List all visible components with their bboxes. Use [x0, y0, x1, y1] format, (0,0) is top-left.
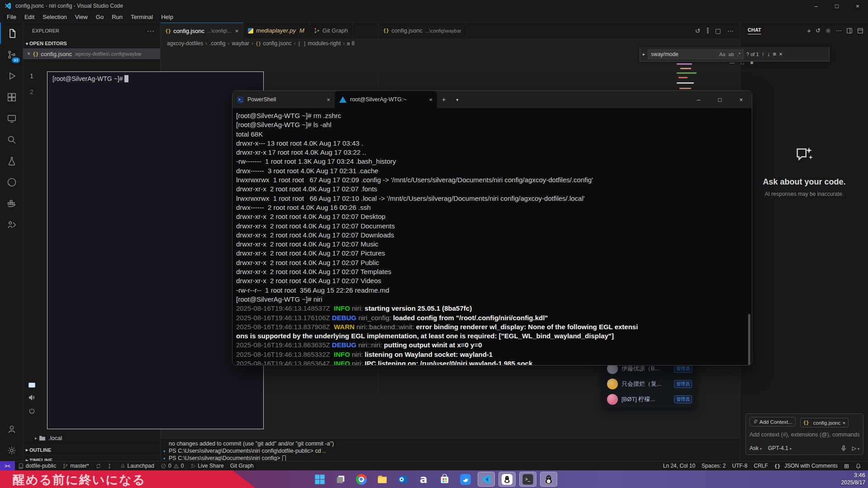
notifications-bell-icon[interactable]: [852, 463, 864, 469]
status-sync[interactable]: [92, 463, 104, 469]
workspace-1[interactable]: 1: [30, 72, 33, 80]
open-in-editor-icon[interactable]: [846, 28, 853, 34]
menu-item-selection[interactable]: Selection: [38, 13, 71, 21]
taskbar-outlook-icon[interactable]: [394, 472, 412, 487]
integrated-terminal-panel[interactable]: no changes added to commit (use "git add…: [161, 438, 740, 461]
status-encoding[interactable]: UTF-8: [729, 463, 750, 469]
remote-indicator[interactable]: ><: [0, 461, 15, 470]
run-debug-icon[interactable]: [0, 65, 23, 86]
close-icon[interactable]: ×: [27, 51, 30, 57]
send-button[interactable]: ▷▾: [852, 445, 859, 451]
remote-explorer-icon[interactable]: [0, 108, 23, 129]
tab-wsl-arch[interactable]: root@SilverAg-WTG:~ ×: [335, 91, 437, 108]
status-branch[interactable]: master*: [59, 463, 92, 469]
minimize-button[interactable]: –: [806, 0, 826, 12]
waybar-tray-icon[interactable]: [28, 383, 35, 388]
terminal-output[interactable]: [root@SilverAg-WTG ~]# rm .zshrc[root@Si…: [232, 108, 752, 365]
breadcrumb-item[interactable]: modules-right: [308, 40, 341, 47]
status-language[interactable]: {}JSON with Comments: [771, 463, 841, 469]
menu-item-edit[interactable]: Edit: [20, 13, 38, 21]
status-table-icon[interactable]: ⊞: [841, 463, 852, 469]
editor-history-icon[interactable]: ↺: [695, 27, 701, 34]
breadcrumb-item[interactable]: config.jsonc: [263, 40, 291, 47]
find-previous-icon[interactable]: ↑: [762, 51, 765, 57]
new-tab-button[interactable]: +: [437, 91, 451, 108]
status-problems[interactable]: 0 0: [157, 463, 187, 469]
breadcrumb-item[interactable]: .config: [209, 40, 225, 47]
outline-section[interactable]: ▸ OUTLINE: [23, 445, 160, 455]
menu-item-go[interactable]: Go: [92, 13, 108, 21]
breadcrumb-item[interactable]: agxcoy-dotfiles: [167, 40, 203, 47]
menu-item-file[interactable]: File: [3, 13, 20, 21]
status-launchpad[interactable]: Launchpad: [117, 463, 157, 469]
sidebar-more-icon[interactable]: ···: [147, 27, 155, 34]
status-source-control-extra[interactable]: [104, 463, 117, 469]
taskbar-bird-app-icon[interactable]: [457, 472, 474, 487]
taskbar-chrome-icon[interactable]: [353, 472, 370, 487]
menu-item-run[interactable]: Run: [108, 13, 127, 21]
maximize-button[interactable]: □: [826, 0, 847, 12]
taskbar-qq-icon[interactable]: [498, 472, 516, 487]
terminal-scrollbar[interactable]: [748, 314, 750, 365]
taskbar-windows-terminal-icon[interactable]: >_: [519, 472, 536, 487]
tab-dropdown-icon[interactable]: ▾: [451, 91, 464, 108]
context-chip-config-jsonc[interactable]: {} config.jsonc ×: [800, 418, 849, 427]
menu-item-help[interactable]: Help: [157, 13, 177, 21]
menu-item-terminal[interactable]: Terminal: [127, 13, 157, 21]
taskbar-wsl-tux-icon[interactable]: [540, 472, 557, 487]
find-next-icon[interactable]: ↓: [767, 51, 770, 57]
status-live-share[interactable]: Live Share: [187, 463, 227, 469]
power-icon[interactable]: [28, 407, 35, 414]
match-case-icon[interactable]: Aa: [719, 52, 725, 57]
model-selector[interactable]: GPT-4.1▾: [768, 445, 792, 451]
gear-icon[interactable]: [825, 28, 831, 34]
mode-selector[interactable]: Ask▾: [749, 445, 762, 451]
tab-config-jsonc[interactable]: {}config.jsonc...\config\waybar: [379, 23, 466, 38]
new-chat-icon[interactable]: +: [807, 27, 811, 34]
toggle-replace-icon[interactable]: ▸: [643, 52, 645, 57]
taskbar-vscode-icon[interactable]: [478, 472, 495, 487]
close-icon[interactable]: ×: [327, 96, 330, 103]
status-cursor-position[interactable]: Ln 24, Col 10: [660, 463, 698, 469]
breadcrumb[interactable]: agxcoy-dotfiles›.config›waybar›{}config.…: [161, 38, 378, 48]
docker-icon[interactable]: [0, 193, 23, 214]
chat-input-placeholder[interactable]: Add context (#), extensions (@), command…: [749, 431, 859, 438]
open-editors-section[interactable]: ▾ OPEN EDITORS: [23, 38, 160, 48]
search-icon[interactable]: [0, 129, 23, 150]
status-indentation[interactable]: Spaces: 2: [698, 463, 729, 469]
workspace-2[interactable]: 2: [30, 88, 33, 95]
whole-word-icon[interactable]: ab: [728, 52, 734, 57]
tab-powershell[interactable]: >_ PowerShell ×: [232, 91, 335, 108]
terminal-minimize-button[interactable]: –: [688, 91, 709, 108]
explorer-icon[interactable]: [0, 23, 23, 44]
more-actions-icon[interactable]: ⋯: [836, 27, 842, 34]
taskbar-a-app-icon[interactable]: a: [415, 472, 432, 487]
close-icon[interactable]: ×: [429, 96, 432, 103]
github-icon[interactable]: [0, 171, 23, 193]
chat-history-icon[interactable]: ↺: [816, 27, 821, 34]
volume-icon[interactable]: [28, 394, 35, 401]
terminal-maximize-button[interactable]: □: [709, 91, 730, 108]
taskbar-task-view-icon[interactable]: [332, 472, 349, 487]
close-icon[interactable]: ×: [235, 28, 239, 34]
breadcrumb-item[interactable]: 8: [351, 40, 355, 47]
taskbar-clock[interactable]: 3:46 2025/8/17: [841, 472, 865, 486]
taskbar-start-icon[interactable]: [311, 472, 328, 487]
status-git-graph[interactable]: Git Graph: [227, 463, 257, 469]
tab-config-jsonc[interactable]: {}config.jsonc...\config\...×: [161, 23, 243, 38]
chat-tab[interactable]: CHAT: [748, 27, 761, 34]
regex-icon[interactable]: .*: [737, 52, 740, 57]
open-editor-item[interactable]: × {} config.jsonc agxcoy-dotfiles\.confi…: [23, 48, 160, 59]
close-button[interactable]: ×: [847, 0, 868, 12]
find-input[interactable]: sway/mode Aaab.*: [648, 49, 744, 59]
breadcrumb-item[interactable]: waybar: [232, 40, 249, 47]
taskbar-ms-store-icon[interactable]: [436, 472, 453, 487]
split-editor-icon[interactable]: ⫿: [707, 27, 708, 34]
source-control-icon[interactable]: 93: [0, 44, 23, 65]
account-icon[interactable]: [0, 418, 23, 440]
live-share-icon[interactable]: [0, 214, 23, 235]
editor-layout-icon[interactable]: ▢: [715, 27, 721, 34]
microphone-icon[interactable]: [840, 445, 847, 451]
tree-item-local[interactable]: ▸ .local: [23, 433, 160, 443]
chat-input-box[interactable]: Add Context... {} config.jsonc × Add con…: [745, 413, 863, 455]
